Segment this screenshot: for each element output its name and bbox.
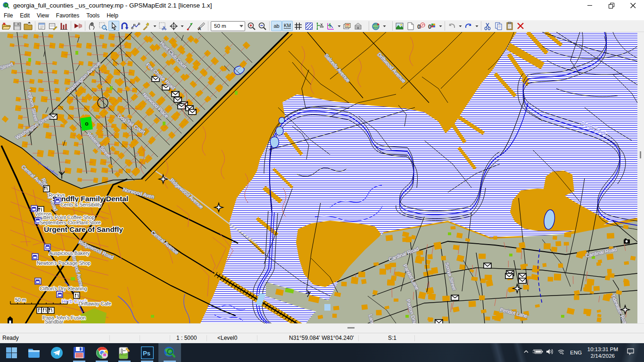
svg-text:Clifton's Dry Cleaning: Clifton's Dry Cleaning bbox=[40, 286, 87, 291]
svg-text:50 m: 50 m bbox=[15, 297, 26, 303]
svg-text:Plant Store: Plant Store bbox=[76, 220, 101, 225]
svg-text:Cents & Sensibility: Cents & Sensibility bbox=[60, 202, 102, 207]
svg-text:A: A bbox=[198, 26, 201, 31]
svg-text:Urgent Care of Sandfly: Urgent Care of Sandfly bbox=[44, 225, 123, 233]
svg-text:0: 0 bbox=[428, 23, 431, 30]
svg-text:0: 0 bbox=[417, 23, 421, 30]
svg-text:Sandbar: Sandbar bbox=[45, 319, 64, 323]
svg-text:Ps: Ps bbox=[143, 350, 150, 357]
svg-text:Septembers Closet: Septembers Closet bbox=[40, 220, 82, 225]
svg-text:Newton's Package Shop: Newton's Package Shop bbox=[37, 260, 91, 266]
svg-text:Driftaway Cafe: Driftaway Cafe bbox=[79, 301, 111, 306]
svg-text:Auspicious Bakery: Auspicious Bakery bbox=[49, 250, 90, 256]
svg-text:P: P bbox=[422, 23, 424, 27]
